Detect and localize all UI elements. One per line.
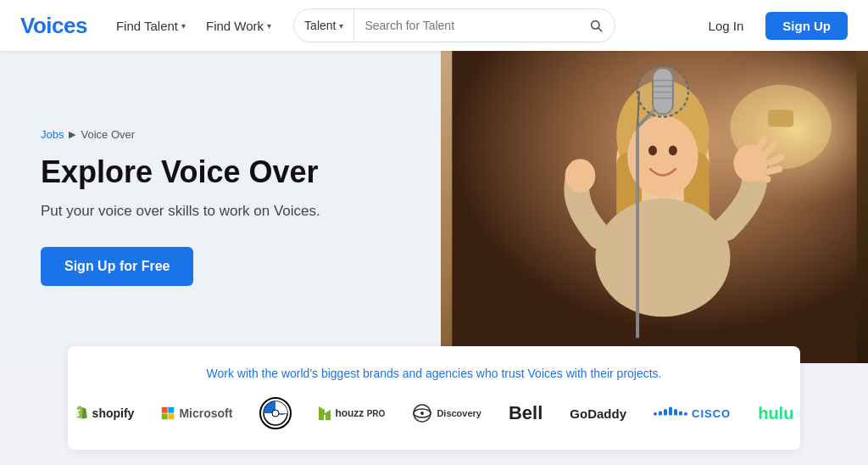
microsoft-name: Microsoft bbox=[179, 406, 232, 420]
find-talent-chevron: ▾ bbox=[181, 21, 186, 31]
bmw-logo bbox=[259, 397, 292, 429]
discovery-name: Discovery bbox=[437, 408, 481, 418]
svg-rect-46 bbox=[654, 412, 657, 416]
microsoft-logo: Microsoft bbox=[161, 406, 232, 420]
svg-rect-41 bbox=[669, 407, 672, 416]
svg-rect-34 bbox=[169, 413, 175, 419]
svg-line-1 bbox=[598, 28, 602, 31]
nav-right: Log In Sign Up bbox=[700, 12, 848, 40]
svg-line-18 bbox=[771, 157, 781, 162]
svg-point-37 bbox=[272, 410, 279, 417]
houzz-icon bbox=[319, 406, 331, 420]
discovery-icon bbox=[412, 403, 432, 423]
cisco-logo: CISCO bbox=[654, 405, 731, 422]
hero-section: Jobs ▶ Voice Over Explore Voice Over Put… bbox=[0, 51, 868, 363]
search-category-chevron: ▾ bbox=[339, 21, 343, 31]
breadcrumb-current: Voice Over bbox=[81, 128, 135, 141]
svg-rect-31 bbox=[162, 407, 168, 413]
svg-point-13 bbox=[595, 199, 730, 317]
svg-rect-32 bbox=[169, 407, 175, 413]
godaddy-name: GoDaddy bbox=[570, 406, 626, 421]
svg-rect-5 bbox=[768, 110, 793, 127]
navbar: Voices Find Talent ▾ Find Work ▾ Talent … bbox=[0, 0, 868, 51]
svg-rect-45 bbox=[679, 412, 682, 416]
cisco-name: CISCO bbox=[692, 407, 731, 420]
search-category-dropdown[interactable]: Talent ▾ bbox=[294, 9, 354, 42]
svg-point-29 bbox=[637, 66, 688, 117]
svg-line-19 bbox=[768, 169, 779, 171]
nav-links: Find Talent ▾ Find Work ▾ bbox=[108, 14, 280, 38]
hulu-logo: hulu bbox=[758, 404, 793, 423]
brands-section: Work with the world's biggest brands and… bbox=[68, 346, 800, 450]
shopify-icon bbox=[75, 406, 88, 421]
hero-title: Explore Voice Over bbox=[41, 154, 400, 189]
godaddy-logo: GoDaddy bbox=[570, 406, 626, 421]
svg-rect-33 bbox=[162, 413, 168, 419]
svg-rect-44 bbox=[659, 412, 662, 416]
hero-content: Jobs ▶ Voice Over Explore Voice Over Put… bbox=[0, 51, 441, 363]
logo[interactable]: Voices bbox=[20, 13, 87, 39]
brands-logos: shopify Microsoft bbox=[102, 397, 766, 429]
brands-text: Work with the world's biggest brands and… bbox=[102, 367, 766, 380]
find-work-chevron: ▾ bbox=[267, 21, 271, 31]
search-icon bbox=[589, 19, 603, 32]
houzz-logo: houzz PRO bbox=[319, 406, 385, 420]
brands-text-after: with their projects. bbox=[563, 367, 662, 380]
search-input[interactable] bbox=[354, 19, 577, 32]
find-work-label: Find Work bbox=[206, 19, 264, 33]
breadcrumb-jobs-link[interactable]: Jobs bbox=[41, 128, 64, 141]
svg-rect-43 bbox=[674, 409, 677, 416]
hero-image bbox=[441, 51, 868, 363]
breadcrumb: Jobs ▶ Voice Over bbox=[41, 128, 400, 141]
houzz-name: houzz PRO bbox=[335, 407, 385, 419]
find-work-nav[interactable]: Find Work ▾ bbox=[198, 14, 280, 38]
search-category-label: Talent bbox=[304, 19, 336, 32]
svg-rect-42 bbox=[664, 409, 667, 416]
microsoft-icon bbox=[161, 406, 175, 420]
search-bar: Talent ▾ bbox=[293, 8, 615, 42]
svg-point-14 bbox=[565, 159, 596, 193]
shopify-logo: shopify bbox=[75, 406, 135, 421]
search-button[interactable] bbox=[577, 19, 615, 32]
discovery-logo: Discovery bbox=[412, 403, 481, 423]
svg-point-12 bbox=[669, 145, 677, 155]
login-button[interactable]: Log In bbox=[700, 14, 753, 38]
hulu-name: hulu bbox=[758, 404, 793, 423]
cisco-icon bbox=[654, 405, 687, 422]
breadcrumb-separator: ▶ bbox=[69, 129, 75, 140]
bell-name: Bell bbox=[509, 402, 542, 424]
svg-rect-47 bbox=[684, 412, 687, 416]
signup-button[interactable]: Sign Up bbox=[765, 12, 848, 40]
shopify-name: shopify bbox=[92, 406, 135, 420]
hero-illustration bbox=[441, 51, 868, 363]
hero-cta-button[interactable]: Sign Up for Free bbox=[41, 247, 193, 286]
brands-text-before: Work with the world's biggest brands and… bbox=[206, 367, 527, 380]
hero-subtitle: Put your voice over skills to work on Vo… bbox=[41, 203, 400, 220]
find-talent-nav[interactable]: Find Talent ▾ bbox=[108, 14, 194, 38]
svg-line-20 bbox=[760, 177, 767, 179]
svg-point-11 bbox=[648, 145, 657, 155]
bmw-icon bbox=[259, 397, 292, 429]
bell-logo: Bell bbox=[509, 402, 542, 424]
find-talent-label: Find Talent bbox=[116, 19, 178, 33]
brands-name-highlight: Voices bbox=[528, 367, 563, 380]
svg-point-40 bbox=[420, 412, 424, 415]
